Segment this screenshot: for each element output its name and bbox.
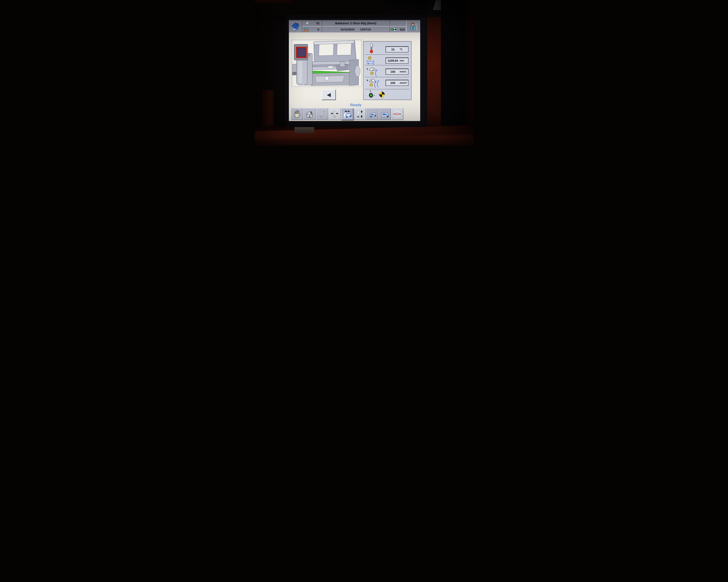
house-icon [306,110,314,118]
conveyor-blade-feed-button[interactable] [366,108,378,120]
blade-vertical-move-button[interactable] [354,108,366,120]
row-divider [365,89,410,89]
double-rotate-arrow-icon [373,80,380,88]
back-arrow-icon: ◀ [327,92,331,98]
acceleration-value: 200 [386,81,400,85]
row-divider [365,54,410,55]
acceleration-unit: mm/s² [400,82,408,84]
gear-icon [369,83,373,87]
home-button[interactable] [289,20,302,32]
conveyor-blade-left-arrow-icon [368,110,376,118]
stack-counter-row[interactable]: 0 [302,27,322,32]
gear-icon [367,56,372,60]
program-pages-icon [304,21,309,25]
acceleration-label: a [367,79,368,82]
power-one-label: I [374,94,374,96]
manual-mode-button[interactable] [291,108,303,120]
temperature-unit: °C [400,48,408,51]
photo-of-hmi-panel: 51 0 [255,0,473,145]
stack-arrows-icon [304,27,309,32]
main-content: 15 °C 1109.84 [289,33,420,121]
blade-screen-button[interactable] [316,108,328,120]
row-divider [365,77,410,77]
conveyor-left-arrow-icon [380,110,389,118]
parameter-panel: 15 °C 1109.84 [363,41,412,100]
home-icon [291,22,300,31]
position-field[interactable]: 1109.84 mm [386,57,409,63]
bottom-toolbar [291,108,403,120]
machine-housing-red-right [427,17,441,128]
home-screen-button[interactable] [304,108,316,120]
curved-blade-icon [318,110,326,118]
blade-horizontal-move-button[interactable] [329,108,341,120]
machine-illustration-panel [292,40,361,87]
program-counter-row[interactable]: 51 [302,20,322,26]
temperature-value: 15 [386,48,400,51]
divider [302,26,406,27]
top-status-bar: 51 0 [289,20,420,33]
back-button[interactable]: ◀ [322,89,336,100]
machine-housing-red-left [262,90,274,131]
rotate-arrow-icon [374,70,378,77]
circle-cut-line-icon [393,110,401,118]
velocity-label: v [367,67,368,71]
hand-icon [293,110,301,118]
conveyor-horizontal-position-button[interactable] [341,108,353,120]
measure-distance-icon [366,60,375,65]
thermometer-icon [369,43,373,53]
acceleration-field[interactable]: 200 mm/s² [386,80,409,86]
feed-count: 415 [400,28,405,31]
conveyor-return-button[interactable] [379,108,391,120]
blade-circle-cut-button[interactable] [391,108,403,120]
blade-vertical-arrows-icon [356,110,364,118]
power-zero-label: 0 [370,90,371,92]
feed-arrow-icon [391,27,397,32]
conveyor-horizontal-arrows-icon [343,110,352,118]
product-name: Bakkavor 2 Slice 80g (8mm) [322,22,389,25]
power-state-indicator-icon: 0 I [367,90,376,99]
gear-icon [369,71,374,76]
machine-housing-right-edge [464,0,473,145]
blade-horizontal-arrows-icon [330,110,339,118]
time-label: 13/57/10 [360,28,371,31]
date-label: 01/31/2024 [341,28,355,31]
status-ready-label: Ready [341,103,370,107]
program-count: 51 [316,22,320,25]
velocity-field[interactable]: 100 mm/s [386,68,409,75]
velocity-value: 100 [386,70,400,74]
user-key-icon [410,23,417,30]
temperature-field[interactable]: 15 °C [386,46,409,52]
reference-point-icon [378,90,386,99]
stack-count: 0 [317,28,319,31]
slicer-machine-cad-image [292,40,361,86]
hmi-screen: 51 0 [289,20,420,121]
user-login-button[interactable] [407,20,420,32]
row-divider [365,65,410,65]
machine-housing-red-edge-top [255,0,293,2]
velocity-unit: mm/s [400,70,408,73]
position-value: 1109.84 [386,59,400,62]
position-unit: mm [400,59,408,62]
